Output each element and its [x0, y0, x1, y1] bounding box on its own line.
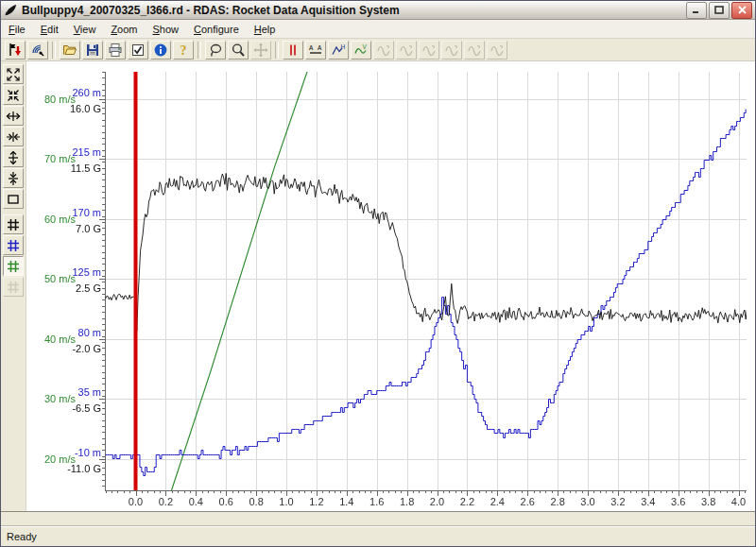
left-toolbar	[1, 61, 26, 511]
grid-disabled-button	[3, 277, 24, 297]
lasso-select-button[interactable]	[205, 41, 226, 60]
caption-buttons	[686, 2, 752, 19]
accel-trace-button[interactable]: AA	[305, 41, 326, 60]
expand-x-icon	[6, 109, 21, 124]
channel-wave-button	[487, 41, 507, 60]
zoom-box-button[interactable]	[3, 189, 24, 209]
shrink-y-icon	[6, 171, 21, 186]
channel-wave-button	[396, 41, 417, 60]
svg-text:?: ?	[180, 43, 187, 58]
download-data-icon	[8, 43, 23, 58]
svg-text:V: V	[363, 43, 368, 49]
grid-altitude-icon	[6, 238, 21, 253]
zoom-magnifier-button[interactable]	[228, 41, 249, 60]
menu-edit[interactable]: Edit	[33, 22, 66, 37]
zoom-magnifier-icon	[231, 43, 246, 58]
tab-bar: GraphDataInfo	[1, 511, 755, 526]
tab-label: Data	[25, 512, 43, 525]
close-button[interactable]	[731, 2, 752, 19]
checklist-icon	[130, 43, 146, 58]
graph-panel	[26, 61, 755, 511]
menu-zoom[interactable]: Zoom	[103, 22, 145, 37]
zoom-extents-button[interactable]	[3, 64, 24, 84]
app-window: Bullpuppy4_20070325_I366.rd - RDAS: Rock…	[0, 0, 756, 547]
help-button[interactable]: ?	[173, 41, 194, 60]
info-icon	[153, 43, 168, 58]
channel-wave-button	[441, 41, 462, 60]
shrink-x-button[interactable]	[3, 127, 24, 146]
menu-view[interactable]: View	[66, 22, 104, 37]
toolbar-group: ?	[59, 41, 195, 60]
shrink-y-button[interactable]	[3, 168, 24, 188]
channel-wave-icon	[376, 43, 391, 58]
tab-label: Info	[19, 512, 38, 525]
download-data-button[interactable]	[5, 41, 26, 60]
channel-wave-icon	[490, 43, 505, 58]
lasso-select-icon	[208, 43, 223, 58]
cursor-lines-button[interactable]	[283, 41, 303, 60]
expand-y-button[interactable]	[3, 147, 24, 167]
menu-file[interactable]: File	[1, 22, 33, 37]
checklist-button[interactable]	[128, 41, 148, 60]
title-bar[interactable]: Bullpuppy4_20070325_I366.rd - RDAS: Rock…	[1, 1, 755, 20]
status-text: Ready	[7, 531, 37, 542]
grid-accel-button[interactable]	[3, 214, 24, 234]
channel-wave-icon	[421, 43, 437, 58]
menu-help[interactable]: Help	[247, 22, 284, 37]
save-icon	[85, 43, 100, 58]
channel-wave-button	[419, 41, 439, 60]
open-file-button[interactable]	[60, 41, 80, 60]
channel-wave-icon	[399, 43, 414, 58]
grid-velocity-icon	[6, 259, 21, 274]
pan-icon	[253, 43, 268, 58]
toolbar-separator	[198, 42, 201, 59]
cursor-lines-icon	[285, 43, 301, 58]
channel-wave-icon	[444, 43, 459, 58]
svg-text:A: A	[309, 44, 314, 51]
svg-text:A: A	[318, 44, 322, 51]
open-file-icon	[62, 43, 77, 58]
maximize-button[interactable]	[709, 2, 730, 19]
print-icon	[108, 43, 123, 58]
minimize-button[interactable]	[686, 2, 707, 19]
print-button[interactable]	[105, 41, 126, 60]
channel-wave-button	[464, 41, 485, 60]
channel-wave-icon	[467, 43, 482, 58]
zoom-shrink-icon	[6, 88, 21, 103]
status-bar: Ready	[1, 526, 755, 546]
toolbar-group: AAHV	[282, 41, 508, 60]
toolbar-group	[204, 41, 272, 60]
menu-bar: FileEditViewZoomShowConfigureHelp	[1, 20, 755, 39]
expand-y-icon	[6, 150, 21, 165]
grid-disabled-icon	[6, 280, 21, 295]
zoom-shrink-button[interactable]	[3, 85, 24, 105]
grid-accel-icon	[6, 217, 21, 232]
save-button[interactable]	[82, 41, 103, 60]
accel-trace-icon: AA	[308, 43, 323, 58]
channel-wave-button	[373, 41, 394, 60]
window-title: Bullpuppy4_20070325_I366.rd - RDAS: Rock…	[22, 4, 686, 17]
help-icon: ?	[176, 43, 191, 58]
pan-button	[250, 41, 271, 60]
flight-data-chart[interactable]	[26, 61, 755, 511]
altitude-trace-icon: H	[331, 43, 346, 58]
toolbar-separator	[275, 42, 279, 59]
radio-link-button[interactable]	[27, 41, 48, 60]
toolbar-group	[4, 41, 49, 60]
grid-altitude-button[interactable]	[3, 235, 24, 255]
shrink-x-icon	[6, 129, 21, 145]
grid-velocity-button[interactable]	[3, 256, 24, 276]
rocket-icon	[4, 3, 18, 17]
toolbar-separator	[52, 42, 56, 59]
altitude-trace-button[interactable]: H	[328, 41, 349, 60]
tab-label: Graph	[30, 512, 49, 525]
radio-link-icon	[30, 43, 45, 58]
menu-show[interactable]: Show	[146, 22, 187, 37]
info-button[interactable]	[150, 41, 171, 60]
menu-configure[interactable]: Configure	[186, 22, 247, 37]
svg-text:H: H	[341, 43, 346, 49]
expand-x-button[interactable]	[3, 106, 24, 126]
main-toolbar: ?AAHV	[1, 39, 755, 61]
velocity-trace-icon: V	[353, 43, 369, 58]
velocity-trace-button[interactable]: V	[351, 41, 371, 60]
